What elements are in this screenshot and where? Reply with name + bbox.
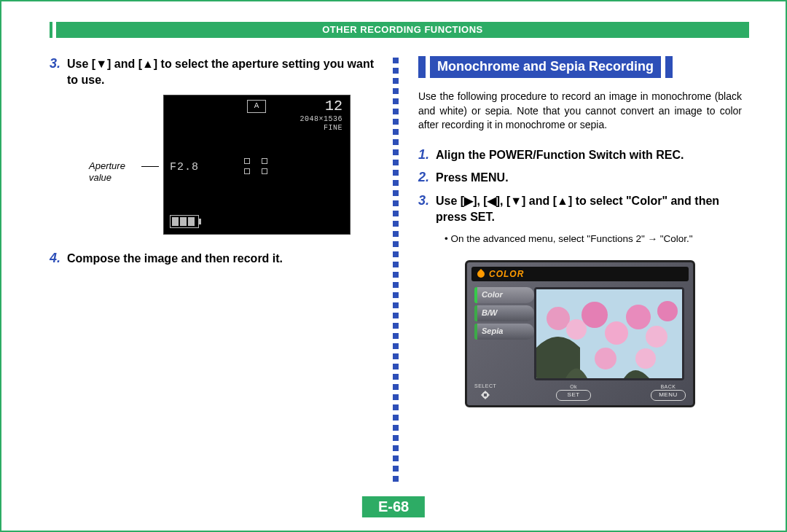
step-4-left: 4. Compose the image and then record it. — [50, 251, 377, 267]
mode-badge: A — [247, 100, 266, 113]
color-menu-figure: COLOR Color B/W Sepia — [465, 260, 695, 407]
dpad-icon — [479, 389, 491, 401]
svg-point-6 — [646, 326, 667, 348]
footer-back: BACK MENU — [651, 384, 686, 401]
intro-paragraph: Use the following procedure to record an… — [418, 90, 742, 133]
color-menu-header: COLOR — [471, 267, 689, 281]
svg-point-8 — [595, 348, 616, 369]
step-3-left: 3. Use [▼] and [▲] to select the apertur… — [50, 56, 377, 87]
sub-bullet: • On the advanced menu, select "Function… — [445, 232, 742, 247]
column-divider — [392, 56, 399, 487]
step-number: 3. — [50, 56, 67, 72]
footer-select: SELECT — [474, 383, 496, 401]
left-column: 3. Use [▼] and [▲] to select the apertur… — [50, 56, 392, 487]
step-2-right: 2. Press MENU. — [418, 170, 742, 186]
step-number: 4. — [50, 251, 67, 267]
focus-frame-icon — [244, 158, 267, 174]
section-header: OTHER RECORDING FUNCTIONS — [56, 22, 749, 38]
set-button-icon: SET — [556, 390, 591, 401]
svg-point-2 — [566, 319, 587, 340]
color-menu-tabs: Color B/W Sepia — [474, 287, 534, 342]
aperture-value: F2.8 — [170, 161, 199, 173]
flower-preview-icon — [536, 289, 682, 378]
aperture-caption: Aperture value — [89, 95, 137, 183]
color-preview — [534, 287, 684, 380]
color-tab-color[interactable]: Color — [474, 287, 534, 303]
step-3-right: 3. Use [▶], [◀], [▼] and [▲] to select "… — [418, 193, 742, 224]
svg-point-1 — [547, 307, 570, 330]
step-text: Compose the image and then record it. — [67, 251, 283, 267]
header-accent — [50, 22, 52, 38]
footer-ok: Ok SET — [556, 384, 591, 401]
step-text: Press MENU. — [436, 170, 509, 186]
step-1-right: 1. Align the POWER/Function Switch with … — [418, 147, 742, 163]
battery-icon — [170, 215, 199, 228]
callout-line — [141, 166, 159, 167]
step-number: 1. — [418, 147, 436, 163]
camera-lcd: A 12 2048×1536 FINE F2.8 — [163, 95, 351, 235]
step-text: Align the POWER/Function Switch with REC… — [436, 147, 684, 163]
shots-remaining: 12 — [325, 98, 342, 114]
color-tab-sepia[interactable]: Sepia — [474, 324, 534, 340]
sub-bullet-text: On the advanced menu, select "Functions … — [450, 233, 692, 244]
resolution-line1: 2048×1536 — [299, 115, 342, 123]
right-column: Monochrome and Sepia Recording Use the f… — [399, 56, 742, 487]
step-number: 3. — [418, 193, 436, 209]
color-menu-footer: SELECT Ok SET BACK MENU — [474, 380, 686, 401]
subsection-heading: Monochrome and Sepia Recording — [426, 56, 665, 78]
step-number: 2. — [418, 170, 436, 186]
svg-point-3 — [582, 302, 608, 328]
svg-point-9 — [635, 348, 656, 369]
color-tab-bw[interactable]: B/W — [474, 305, 534, 321]
back-label: BACK — [660, 384, 676, 389]
menu-button-icon: MENU — [651, 390, 686, 401]
svg-point-5 — [626, 305, 651, 329]
svg-point-4 — [605, 321, 628, 345]
svg-point-7 — [657, 301, 678, 321]
lcd-figure: Aperture value A 12 2048×1536 FINE F2.8 — [89, 95, 377, 235]
step-text: Use [▼] and [▲] to select the aperture s… — [67, 56, 377, 87]
page-columns: 3. Use [▼] and [▲] to select the apertur… — [50, 56, 749, 487]
resolution-line2: FINE — [324, 124, 342, 132]
manual-page: OTHER RECORDING FUNCTIONS 3. Use [▼] and… — [0, 0, 787, 532]
page-number: E-68 — [362, 496, 425, 517]
ok-label: Ok — [570, 384, 577, 389]
step-text: Use [▶], [◀], [▼] and [▲] to select "Col… — [436, 193, 742, 224]
resolution-readout: 2048×1536 FINE — [299, 115, 342, 132]
